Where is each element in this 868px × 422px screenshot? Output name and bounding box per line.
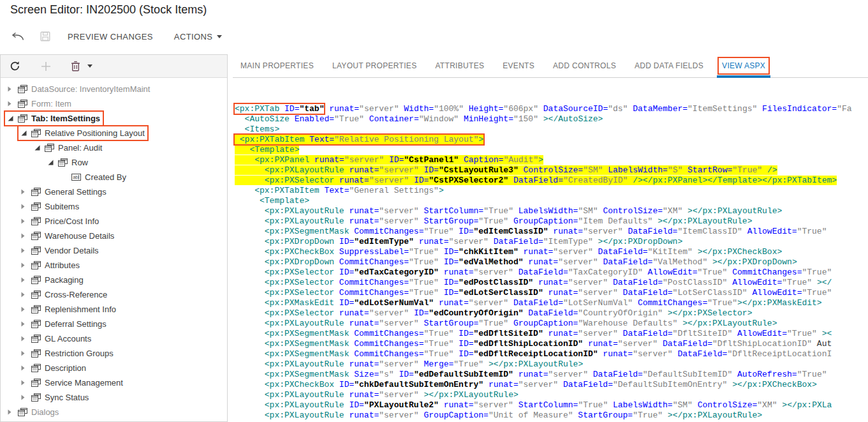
tree-item-description[interactable]: Description (1, 361, 227, 375)
tab-label: ADD CONTROLS (553, 61, 616, 70)
annotation-box: Tab: ItemSettings (6, 112, 102, 124)
container-icon (31, 261, 41, 269)
chevron-collapsed-icon[interactable] (21, 306, 29, 312)
tab-view-aspx[interactable]: VIEW ASPX (722, 54, 765, 77)
container-icon (18, 114, 27, 123)
chevron-collapsed-icon[interactable] (8, 101, 15, 107)
tree-item-general-settings[interactable]: General Settings (1, 185, 227, 199)
code-line: <px:PXSegmentMask CommitChanges="True" I… (235, 349, 868, 359)
customization-highlight: <px:PXSelector runat="server" ID="CstPXS… (235, 176, 837, 185)
chevron-collapsed-icon[interactable] (21, 248, 29, 253)
tree-item-label: Relative Positioning Layout (45, 128, 145, 138)
code-line: <px:PXLayoutRule runat="server" Merge="T… (235, 359, 868, 370)
chevron-collapsed-icon[interactable] (21, 218, 29, 224)
right-panel: MAIN PROPERTIESLAYOUT PROPERTIESATTRIBUT… (233, 54, 868, 422)
code-line: <px:PXLayoutRule runat="server" StartCol… (235, 206, 868, 216)
tree-item-sync-status[interactable]: Sync Status (1, 390, 227, 405)
tree-item-deferral-settings[interactable]: Deferral Settings (1, 317, 227, 331)
preview-changes-button[interactable]: PREVIEW CHANGES (68, 32, 153, 41)
chevron-collapsed-icon[interactable] (8, 86, 15, 92)
container-icon (18, 100, 27, 108)
tree-item-subitems[interactable]: Subitems (1, 199, 227, 214)
tree-item-tab-itemsettings[interactable]: Tab: ItemSettings (1, 111, 227, 126)
tree-item-service-management[interactable]: Service Management (1, 375, 227, 390)
tree-item-label: Created By (85, 172, 126, 182)
chevron-collapsed-icon[interactable] (21, 277, 29, 283)
code-line: <px:PXMaskEdit ID="edLotSerNumVal" runat… (235, 298, 868, 308)
customization-highlight: <px:PXPanel runat="server" ID="CstPanel1… (235, 155, 543, 165)
tree-item-datasource-inventoryitemmaint[interactable]: DataSource: InventoryItemMaint (1, 82, 227, 96)
tree-item-panel-audit[interactable]: Panel: Audit (1, 140, 227, 155)
tree-item-relative-positioning-layout[interactable]: Relative Positioning Layout (1, 126, 227, 140)
tab-layout-properties[interactable]: LAYOUT PROPERTIES (332, 54, 416, 77)
delete-dropdown-button[interactable] (87, 64, 92, 68)
tree-item-attributes[interactable]: Attributes (1, 258, 227, 273)
tree-item-warehouse-details[interactable]: Warehouse Details (1, 229, 227, 243)
refresh-button[interactable] (10, 61, 20, 72)
tree-item-label: Cross-Reference (45, 290, 107, 299)
delete-button[interactable] (71, 61, 80, 72)
code-line: <AutoSize Enabled="True" Container="Wind… (235, 114, 868, 124)
container-icon (18, 85, 27, 93)
code-line: <px:PXLayoutRule runat="server" ></px:PX… (235, 390, 868, 400)
actions-label: ACTIONS (174, 32, 213, 41)
chevron-expanded-icon[interactable] (48, 160, 55, 165)
chevron-collapsed-icon[interactable] (21, 365, 29, 371)
tree-item-replenishment-info[interactable]: Replenishment Info (1, 302, 227, 317)
container-icon (31, 305, 41, 313)
chevron-expanded-icon[interactable] (8, 116, 15, 121)
tree-item-vendor-details[interactable]: Vendor Details (1, 243, 227, 258)
tree-item-cross-reference[interactable]: Cross-Reference (1, 287, 227, 302)
undo-button[interactable] (11, 32, 24, 41)
chevron-collapsed-icon[interactable] (21, 395, 29, 400)
container-icon (45, 144, 54, 152)
chevron-collapsed-icon[interactable] (21, 233, 29, 239)
add-button[interactable] (41, 61, 51, 72)
chevron-collapsed-icon[interactable] (21, 204, 29, 209)
chevron-collapsed-icon[interactable] (21, 189, 29, 195)
chevron-collapsed-icon[interactable] (8, 409, 15, 415)
tree-item-row[interactable]: Row (1, 155, 227, 170)
tree-item-content: abCreated By (59, 171, 128, 183)
tab-add-data-fields[interactable]: ADD DATA FIELDS (635, 54, 703, 77)
chevron-collapsed-icon[interactable] (21, 336, 29, 342)
tree-item-content: Form: Item (6, 98, 73, 110)
tree-item-form-item[interactable]: Form: Item (1, 96, 227, 111)
code-line: <px:PXDropDown CommitChanges="True" ID="… (235, 257, 868, 268)
caret-down-icon (217, 35, 222, 38)
tree-item-label: Attributes (45, 260, 80, 270)
tab-add-controls[interactable]: ADD CONTROLS (553, 54, 616, 77)
chevron-collapsed-icon[interactable] (21, 292, 29, 298)
tree-item-content: Warehouse Details (19, 230, 116, 242)
tree-item-restriction-groups[interactable]: Restriction Groups (1, 346, 227, 361)
tab-main-properties[interactable]: MAIN PROPERTIES (240, 54, 314, 77)
tree-item-packaging[interactable]: Packaging (1, 273, 227, 287)
code-line: <px:PXLayoutRule runat="server" StartGro… (235, 319, 868, 329)
code-line: <px:PXDropDown ID="edItemType" runat="se… (235, 237, 868, 247)
container-icon (31, 129, 41, 137)
chevron-expanded-icon[interactable] (21, 130, 29, 136)
chevron-collapsed-icon[interactable] (21, 380, 29, 386)
chevron-collapsed-icon[interactable] (21, 262, 29, 268)
tree-item-gl-accounts[interactable]: GL Accounts (1, 331, 227, 346)
tree-item-content: Dialogs (6, 406, 61, 418)
tree-item-dialogs[interactable]: Dialogs (1, 405, 227, 419)
undo-icon (11, 32, 24, 41)
textbox-icon: ab (71, 174, 81, 181)
actions-button[interactable]: ACTIONS (174, 32, 223, 41)
code-line: <Template> (235, 196, 868, 206)
screen-editor-window: Screen Editor: IN202500 (Stock Items) PR… (0, 0, 868, 422)
tab-events[interactable]: EVENTS (503, 54, 534, 77)
control-tree: DataSource: InventoryItemMaintForm: Item… (1, 78, 227, 419)
tab-attributes[interactable]: ATTRIBUTES (435, 54, 484, 77)
tree-item-created-by[interactable]: abCreated By (1, 170, 227, 185)
chevron-collapsed-icon[interactable] (21, 321, 29, 327)
code-line: <px:PXSelector CommitChanges="True" ID="… (235, 288, 868, 298)
chevron-expanded-icon[interactable] (34, 145, 42, 151)
container-icon (31, 364, 41, 372)
code-line: <px:PXSegmentMask CommitChanges="True" I… (235, 329, 868, 339)
tree-item-content: Restriction Groups (19, 347, 115, 359)
save-button[interactable] (40, 31, 50, 41)
chevron-collapsed-icon[interactable] (21, 350, 29, 356)
tree-item-price-cost-info[interactable]: Price/Cost Info (1, 214, 227, 229)
